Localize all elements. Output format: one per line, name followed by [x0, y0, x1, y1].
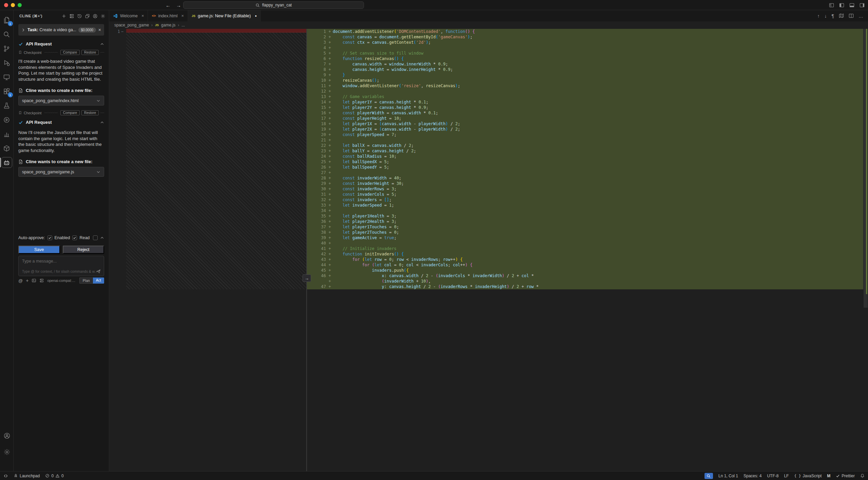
- save-button[interactable]: Save: [18, 246, 60, 254]
- close-tab-icon[interactable]: ×: [141, 13, 144, 18]
- act-toggle-button[interactable]: Act: [93, 277, 104, 284]
- auto-approve-row[interactable]: Auto-approve: Enabled Read: [14, 233, 109, 242]
- code-line[interactable]: 30+ const invaderRows = 3;: [307, 186, 863, 192]
- breadcrumb-symbol[interactable]: ...: [181, 23, 185, 27]
- code-line[interactable]: 32+ const invaders = [];: [307, 197, 863, 203]
- more-actions-icon[interactable]: …: [859, 13, 863, 19]
- breadcrumb-file[interactable]: game.js: [161, 23, 175, 27]
- activity-search[interactable]: [0, 27, 14, 41]
- m-extension-item[interactable]: M: [827, 474, 830, 478]
- problems-item[interactable]: 0 0: [45, 474, 63, 478]
- cursor-position-item[interactable]: Ln 1, Col 1: [718, 474, 738, 478]
- minimize-window-button[interactable]: [11, 3, 15, 7]
- manage-button[interactable]: [0, 445, 14, 459]
- code-line[interactable]: 24+ const ballRadius = 10;: [307, 154, 863, 159]
- close-tab-icon[interactable]: ×: [181, 13, 184, 18]
- forward-button[interactable]: →: [176, 2, 181, 8]
- customize-layout-icon[interactable]: [829, 3, 834, 8]
- activity-graph-extension[interactable]: [0, 127, 14, 141]
- code-line[interactable]: 8+ canvas.height = window.innerHeight * …: [307, 67, 863, 72]
- code-line[interactable]: 41+ // Initialize invaders: [307, 246, 863, 251]
- code-line[interactable]: + (invaderWidth + 10),: [307, 279, 863, 284]
- code-line[interactable]: 4+: [307, 45, 863, 51]
- code-line[interactable]: 37+ let player1Touches = 0;: [307, 224, 863, 230]
- empty-checkbox[interactable]: [93, 235, 98, 240]
- settings-icon[interactable]: [100, 14, 105, 19]
- code-line[interactable]: 43+ for (let row = 0; row < invaderRows;…: [307, 257, 863, 262]
- next-change-icon[interactable]: ↓: [824, 13, 827, 19]
- chevron-up-icon[interactable]: [100, 42, 104, 46]
- code-line[interactable]: 3+ const ctx = canvas.getContext('2d');: [307, 40, 863, 45]
- code-line[interactable]: 16+ const playerWidth = canvas.width * 0…: [307, 110, 863, 116]
- code-line[interactable]: 5+ // Set canvas size to fill window: [307, 51, 863, 56]
- maximize-window-button[interactable]: [18, 3, 22, 7]
- zoom-indicator[interactable]: [705, 473, 713, 479]
- code-line[interactable]: 46+ x: canvas.width / 2 - (invaderCols *…: [307, 273, 863, 279]
- code-line[interactable]: 9+ }: [307, 72, 863, 78]
- code-line[interactable]: 44+ for (let col = 0; col < invaderCols;…: [307, 262, 863, 268]
- code-line[interactable]: 27+: [307, 170, 863, 175]
- send-icon[interactable]: [96, 269, 101, 274]
- toggle-primary-sidebar-icon[interactable]: [839, 3, 844, 8]
- new-task-icon[interactable]: [61, 14, 66, 19]
- encoding-item[interactable]: UTF-8: [767, 474, 778, 478]
- chevron-down-icon[interactable]: [96, 99, 100, 103]
- code-line[interactable]: 17+ const playerHeight = 10;: [307, 116, 863, 121]
- file-card-game-js[interactable]: space_pong_game/game.js: [18, 167, 104, 177]
- diff-modified-pane[interactable]: 1+document.addEventListener('DOMContentL…: [307, 29, 868, 471]
- code-line[interactable]: 18+ let player1X = (canvas.width - playe…: [307, 121, 863, 127]
- chevron-down-icon[interactable]: [96, 170, 100, 174]
- code-line[interactable]: 34+: [307, 208, 863, 213]
- code-line[interactable]: 19+ let player2X = (canvas.width - playe…: [307, 127, 863, 132]
- notifications-bell-icon[interactable]: [860, 474, 865, 478]
- image-icon[interactable]: [32, 278, 36, 283]
- code-line[interactable]: 36+ let player2Health = 3;: [307, 219, 863, 224]
- restore-button[interactable]: Restore: [81, 110, 99, 115]
- activity-live-preview[interactable]: [0, 113, 14, 127]
- map-icon[interactable]: [839, 13, 844, 18]
- api-request-header[interactable]: API Request: [14, 38, 109, 49]
- activity-source-control[interactable]: [0, 41, 14, 56]
- eol-item[interactable]: LF: [784, 474, 789, 478]
- compare-button[interactable]: Compare: [60, 110, 80, 115]
- editor-scrollbar[interactable]: [863, 29, 868, 471]
- toggle-panel-icon[interactable]: [849, 3, 854, 8]
- activity-remote-explorer[interactable]: [0, 70, 14, 84]
- code-line[interactable]: 42+ function initInvaders() {: [307, 251, 863, 257]
- diff-added-lines[interactable]: 1+document.addEventListener('DOMContentL…: [307, 29, 863, 289]
- activity-package-extension[interactable]: [0, 141, 14, 155]
- activity-extensions[interactable]: 1: [0, 84, 14, 98]
- code-line[interactable]: 26+ let ballSpeedY = 5;: [307, 165, 863, 170]
- open-in-editor-icon[interactable]: [85, 14, 90, 19]
- whitespace-icon[interactable]: ¶: [831, 13, 834, 19]
- close-window-button[interactable]: [4, 3, 8, 7]
- code-line[interactable]: 21+: [307, 137, 863, 143]
- tab-welcome[interactable]: Welcome ×: [109, 10, 148, 21]
- breadcrumb-folder[interactable]: space_pong_game: [114, 23, 149, 27]
- accounts-button[interactable]: [0, 428, 14, 443]
- code-line[interactable]: 28+ const invaderWidth = 40;: [307, 175, 863, 181]
- compare-button[interactable]: Compare: [60, 50, 80, 55]
- api-request-header[interactable]: API Request: [14, 116, 109, 127]
- code-line[interactable]: 39+ let gameActive = true;: [307, 235, 863, 241]
- code-line[interactable]: 45+ invaders.push({: [307, 268, 863, 273]
- activity-cline[interactable]: [0, 155, 14, 170]
- code-line[interactable]: 2+ const canvas = document.getElementByI…: [307, 34, 863, 40]
- file-card-index-html[interactable]: space_pong_game/index.html: [18, 96, 104, 105]
- code-line[interactable]: 15+ let player2Y = canvas.height * 0.9;: [307, 105, 863, 110]
- diff-revert-arrow-button[interactable]: →: [303, 274, 311, 282]
- indentation-item[interactable]: Spaces: 4: [744, 474, 761, 478]
- code-line[interactable]: 7+ canvas.width = window.innerWidth * 0.…: [307, 61, 863, 67]
- launchpad-item[interactable]: Launchpad: [14, 474, 40, 478]
- command-center[interactable]: flappy_nyan_cat: [183, 1, 364, 9]
- language-item[interactable]: { } JavaScript: [794, 474, 822, 478]
- plan-toggle-button[interactable]: Plan: [79, 277, 93, 284]
- history-icon[interactable]: [77, 14, 82, 19]
- tab-index-html[interactable]: <> index.html ×: [148, 10, 188, 21]
- code-line[interactable]: 14+ let player1Y = canvas.height * 0.1;: [307, 99, 863, 105]
- code-line[interactable]: 6+ function resizeCanvas() {: [307, 56, 863, 61]
- toggle-secondary-sidebar-icon[interactable]: [860, 3, 865, 8]
- message-input[interactable]: Type a message... Type @ for context, / …: [18, 256, 104, 276]
- close-task-icon[interactable]: ×: [98, 27, 101, 33]
- code-line[interactable]: 10+ resizeCanvas();: [307, 78, 863, 83]
